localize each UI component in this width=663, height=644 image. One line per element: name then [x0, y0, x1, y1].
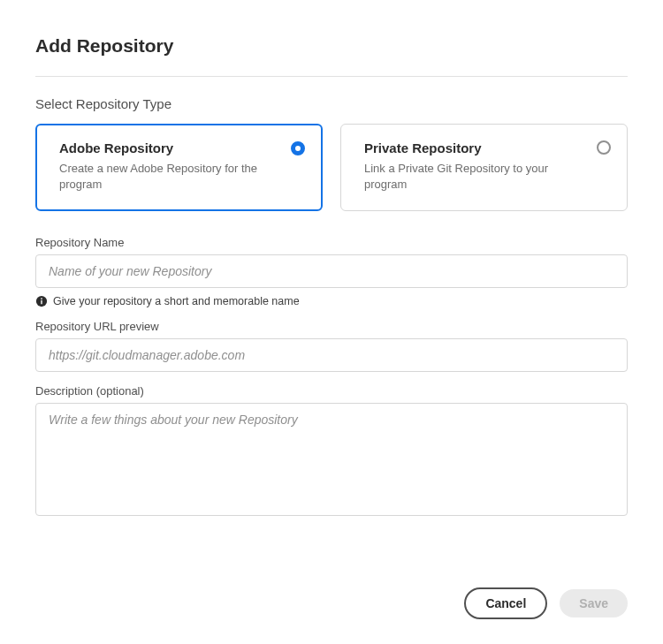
cancel-button[interactable]: Cancel: [464, 587, 547, 619]
footer: Cancel Save: [464, 587, 628, 619]
description-textarea[interactable]: [35, 403, 628, 516]
field-label: Description (optional): [35, 384, 628, 398]
field-description: Description (optional): [35, 384, 628, 519]
radio-unselected-icon: [597, 140, 611, 155]
repo-url-input[interactable]: [35, 338, 628, 372]
type-title: Private Repository: [364, 140, 609, 155]
divider: [35, 76, 628, 77]
type-desc: Link a Private Git Repository to your pr…: [364, 161, 576, 193]
radio-selected-icon: [291, 141, 305, 155]
field-label: Repository URL preview: [35, 320, 628, 333]
type-card-adobe[interactable]: Adobe Repository Create a new Adobe Repo…: [35, 124, 323, 211]
info-icon: [35, 295, 48, 307]
svg-rect-1: [41, 300, 42, 304]
type-title: Adobe Repository: [59, 140, 304, 155]
save-button[interactable]: Save: [560, 589, 628, 617]
repo-name-input[interactable]: [35, 254, 628, 288]
field-label: Repository Name: [35, 236, 628, 249]
helper-text: Give your repository a short and memorab…: [35, 295, 628, 307]
helper-label: Give your repository a short and memorab…: [53, 295, 300, 307]
svg-point-2: [41, 299, 42, 300]
field-repo-url: Repository URL preview: [35, 320, 628, 372]
section-label: Select Repository Type: [35, 96, 628, 111]
page-title: Add Repository: [35, 35, 628, 57]
type-selector: Adobe Repository Create a new Adobe Repo…: [35, 124, 628, 211]
type-desc: Create a new Adobe Repository for the pr…: [59, 161, 271, 193]
field-repo-name: Repository Name Give your repository a s…: [35, 236, 628, 307]
type-card-private[interactable]: Private Repository Link a Private Git Re…: [340, 124, 628, 211]
